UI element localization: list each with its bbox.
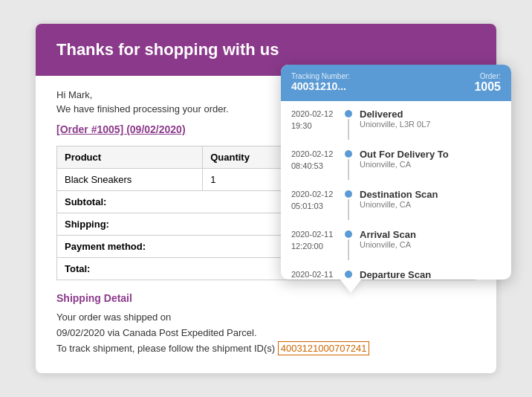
event-title: Arrival Scan [360, 229, 501, 240]
tracking-tooltip: Tracking Number: 40031210... Order: 1005… [281, 65, 511, 280]
shipping-line3: To track shipment, please follow the shi… [56, 343, 275, 354]
timeline-dot [345, 110, 352, 117]
total-label: Total: [57, 258, 299, 280]
timeline-dot [345, 150, 352, 158]
tooltip-tracking-info: Tracking Number: 40031210... [291, 72, 350, 92]
timeline-dot [345, 230, 352, 238]
timeline-item: 2020-02-11 12:20:00Arrival ScanUnionvill… [291, 229, 501, 260]
shipping-line2: 09/02/2020 via Canada Post Expedited Par… [56, 327, 257, 338]
timeline-event: Arrival ScanUnionville, CA [360, 229, 501, 249]
timeline-time: 2020-02-12 05:01:03 [291, 189, 345, 212]
event-title: Out For Delivery To [360, 149, 501, 160]
subtotal-label: Subtotal: [57, 191, 299, 213]
timeline-line [348, 159, 349, 180]
timeline-dot-col [345, 149, 352, 180]
main-card: Thanks for shopping with us Hi Mark, We … [36, 24, 496, 372]
shipping-label: Shipping: [57, 213, 299, 236]
tooltip-header: Tracking Number: 40031210... Order: 1005 [281, 65, 511, 101]
timeline-time: 2020-02-11 12:20:00 [291, 229, 345, 252]
timeline-event: Departure ScanMarkham, CA [360, 269, 501, 280]
timeline-dot-col [345, 109, 352, 140]
shipping-line1: Your order was shipped on [56, 312, 171, 323]
payment-label: Payment method: [57, 236, 299, 258]
timeline-event: Destination ScanUnionville, CA [360, 189, 501, 209]
timeline-item: 2020-02-12 08:40:53Out For Delivery ToUn… [291, 149, 501, 180]
timeline-line [348, 119, 349, 140]
timeline-time: 2020-02-12 08:40:53 [291, 149, 345, 172]
event-location: Unionville, L3R 0L7 [360, 120, 501, 129]
timeline-dot [345, 271, 352, 278]
event-location: Unionville, CA [360, 160, 501, 169]
shipping-detail-title: Shipping Detail [56, 292, 476, 304]
product-name: Black Sneakers [57, 169, 203, 191]
tracking-id-link[interactable]: 4003121000707241 [278, 341, 370, 355]
timeline-event: DeliveredUnionville, L3R 0L7 [360, 109, 501, 129]
tooltip-tracking-label: Tracking Number: [291, 72, 350, 80]
timeline-item: 2020-02-12 19:30DeliveredUnionville, L3R… [291, 109, 501, 140]
timeline-dot-col [345, 229, 352, 260]
event-title: Destination Scan [360, 189, 501, 200]
timeline-event: Out For Delivery ToUnionville, CA [360, 149, 501, 169]
timeline-dot [345, 190, 352, 198]
event-title: Departure Scan [360, 269, 501, 280]
banner-title: Thanks for shopping with us [56, 40, 476, 59]
tracking-timeline: 2020-02-12 19:30DeliveredUnionville, L3R… [281, 101, 511, 280]
timeline-dot-col [345, 189, 352, 220]
timeline-line [348, 199, 349, 220]
tooltip-tracking-value: 40031210... [291, 80, 350, 92]
timeline-time: 2020-02-12 19:30 [291, 109, 345, 132]
timeline-line [348, 239, 349, 260]
tooltip-order-label: Order: [474, 72, 501, 80]
timeline-time: 2020-02-11 21:31:00 [291, 269, 345, 280]
tooltip-order-info: Order: 1005 [474, 72, 501, 94]
col-product: Product [57, 146, 203, 169]
tooltip-order-value: 1005 [474, 80, 501, 94]
timeline-item: 2020-02-11 21:31:00Departure ScanMarkham… [291, 269, 501, 280]
event-location: Unionville, CA [360, 200, 501, 209]
timeline-dot-col [345, 269, 352, 280]
timeline-item: 2020-02-12 05:01:03Destination ScanUnion… [291, 189, 501, 220]
shipping-text: Your order was shipped on 09/02/2020 via… [56, 310, 476, 356]
event-location: Unionville, CA [360, 240, 501, 249]
event-title: Delivered [360, 109, 501, 120]
